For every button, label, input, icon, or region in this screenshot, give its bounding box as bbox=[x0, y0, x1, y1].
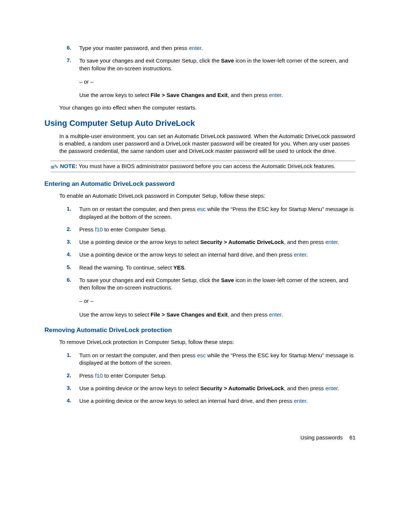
text: To save your changes and exit Computer S… bbox=[79, 277, 221, 283]
note-icon: ≣✎ bbox=[50, 163, 58, 170]
key-enter: enter bbox=[294, 398, 306, 404]
key-enter: enter bbox=[325, 385, 337, 391]
bold-text: YES bbox=[173, 264, 184, 271]
text: , and then press bbox=[228, 92, 269, 98]
text: . bbox=[306, 398, 308, 404]
key-enter: enter bbox=[269, 311, 281, 318]
paragraph: Your changes go into effect when the com… bbox=[59, 104, 356, 111]
key-f10: f10 bbox=[95, 226, 103, 232]
text: , and then press bbox=[284, 239, 326, 245]
text: . bbox=[338, 239, 339, 245]
bold-text: Save bbox=[221, 57, 234, 64]
key-enter: enter bbox=[269, 92, 281, 98]
text: Use the arrow keys to select bbox=[79, 311, 151, 318]
list-number: 7. bbox=[67, 57, 79, 99]
list-item: 5. Read the warning. To continue, select… bbox=[67, 264, 356, 271]
page-content: 6. Type your master password, and then p… bbox=[0, 0, 400, 455]
or-separator: – or – bbox=[79, 78, 356, 86]
list-body: Use a pointing device or the arrow keys … bbox=[79, 238, 356, 246]
text: Press bbox=[79, 372, 95, 379]
list-body: Use a pointing device or the arrow keys … bbox=[79, 385, 356, 392]
text: . bbox=[281, 311, 283, 318]
list-number: 1. bbox=[67, 205, 79, 221]
list-body: Read the warning. To continue, select YE… bbox=[79, 264, 356, 271]
text: Use a pointing device or the arrow keys … bbox=[79, 385, 200, 391]
list-number: 4. bbox=[67, 397, 79, 405]
list-item: 1. Turn on or restart the computer, and … bbox=[67, 205, 356, 221]
list-item: 4. Use a pointing device or the arrow ke… bbox=[67, 251, 356, 258]
key-enter: enter bbox=[325, 239, 337, 245]
paragraph: In a multiple-user environment, you can … bbox=[59, 133, 356, 155]
list-body: Turn on or restart the computer, and the… bbox=[79, 352, 356, 367]
text: Use the arrow keys to select bbox=[79, 92, 151, 98]
list-body: Press f10 to enter Computer Setup. bbox=[79, 226, 356, 233]
bold-text: File > Save Changes and Exit bbox=[151, 311, 228, 318]
text: Turn on or restart the computer, and the… bbox=[79, 352, 197, 358]
key-enter: enter bbox=[294, 251, 306, 258]
text: . bbox=[281, 92, 283, 98]
text: to enter Computer Setup. bbox=[103, 372, 167, 379]
text: . bbox=[184, 264, 186, 271]
text: . bbox=[338, 385, 339, 391]
text: Turn on or restart the computer, and the… bbox=[79, 206, 197, 212]
text: Use a pointing device or the arrow keys … bbox=[79, 398, 294, 404]
list-number: 6. bbox=[67, 44, 79, 52]
list-item: 4. Use a pointing device or the arrow ke… bbox=[67, 397, 356, 405]
text: Type your master password, and then pres… bbox=[79, 45, 189, 51]
text: Read the warning. To continue, select bbox=[79, 264, 173, 271]
list-item: 3. Use a pointing device or the arrow ke… bbox=[67, 238, 356, 246]
list-number: 2. bbox=[67, 372, 79, 379]
key-esc: esc bbox=[197, 206, 206, 212]
subsection-heading: Entering an Automatic DriveLock password bbox=[44, 180, 356, 188]
key-esc: esc bbox=[197, 352, 206, 358]
text: to enter Computer Setup. bbox=[103, 226, 167, 232]
text: . bbox=[201, 45, 203, 51]
list-item: 6. Type your master password, and then p… bbox=[67, 44, 356, 52]
list-body: To save your changes and exit Computer S… bbox=[79, 57, 356, 99]
note-body: NOTE: You must have a BIOS administrator… bbox=[60, 163, 336, 170]
note-label: NOTE: bbox=[60, 163, 77, 169]
subsection-heading: Removing Automatic DriveLock protection bbox=[44, 327, 356, 334]
list-body: Press f10 to enter Computer Setup. bbox=[79, 372, 356, 379]
key-enter: enter bbox=[189, 45, 201, 51]
text: , and then press bbox=[284, 385, 326, 391]
list-item: 7. To save your changes and exit Compute… bbox=[67, 57, 356, 99]
list-number: 4. bbox=[67, 251, 79, 258]
list-number: 3. bbox=[67, 238, 79, 246]
list-body: Use a pointing device or the arrow keys … bbox=[79, 397, 356, 405]
bold-text: Save bbox=[221, 277, 234, 283]
list-body: Type your master password, and then pres… bbox=[79, 44, 356, 52]
note-callout: ≣✎ NOTE: You must have a BIOS administra… bbox=[50, 161, 356, 172]
bold-text: Security > Automatic DriveLock bbox=[200, 385, 284, 391]
list-body: Use a pointing device or the arrow keys … bbox=[79, 251, 356, 258]
bold-text: File > Save Changes and Exit bbox=[151, 92, 228, 98]
text: , and then press bbox=[228, 311, 269, 318]
ordered-list-sub1: 1. Turn on or restart the computer, and … bbox=[67, 205, 356, 318]
list-number: 6. bbox=[67, 277, 79, 318]
list-number: 1. bbox=[67, 352, 79, 367]
list-item: 2. Press f10 to enter Computer Setup. bbox=[67, 372, 356, 379]
list-item: 2. Press f10 to enter Computer Setup. bbox=[67, 226, 356, 233]
page-number: 61 bbox=[349, 434, 356, 441]
paragraph: To enable an Automatic DriveLock passwor… bbox=[59, 192, 356, 200]
text: Use a pointing device or the arrow keys … bbox=[79, 251, 294, 258]
section-heading: Using Computer Setup Auto DriveLock bbox=[44, 118, 356, 128]
ordered-list-top: 6. Type your master password, and then p… bbox=[67, 44, 356, 99]
text: Press bbox=[79, 226, 95, 232]
list-body: To save your changes and exit Computer S… bbox=[79, 277, 356, 318]
text: To save your changes and exit Computer S… bbox=[79, 57, 221, 64]
list-item: 3. Use a pointing device or the arrow ke… bbox=[67, 385, 356, 392]
key-f10: f10 bbox=[95, 372, 103, 379]
ordered-list-sub2: 1. Turn on or restart the computer, and … bbox=[67, 352, 356, 405]
or-separator: – or – bbox=[79, 297, 356, 305]
footer-label: Using passwords bbox=[300, 434, 343, 441]
list-number: 2. bbox=[67, 226, 79, 233]
bold-text: Security > Automatic DriveLock bbox=[200, 239, 284, 245]
list-body: Turn on or restart the computer, and the… bbox=[79, 205, 356, 221]
list-item: 1. Turn on or restart the computer, and … bbox=[67, 352, 356, 367]
paragraph: To remove DriveLock protection in Comput… bbox=[59, 338, 356, 346]
note-text: You must have a BIOS administrator passw… bbox=[77, 163, 336, 169]
list-number: 3. bbox=[67, 385, 79, 392]
page-footer: Using passwords 61 bbox=[44, 434, 356, 441]
list-item: 6. To save your changes and exit Compute… bbox=[67, 277, 356, 318]
